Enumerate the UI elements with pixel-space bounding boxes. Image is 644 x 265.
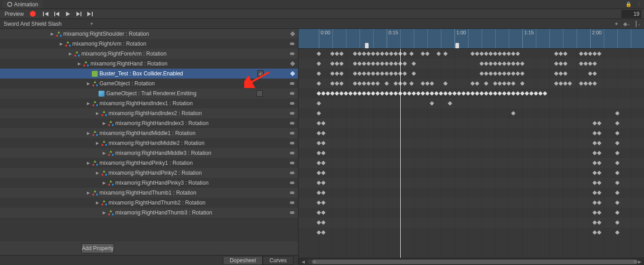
keyframe[interactable]: [380, 91, 384, 96]
add-property-button[interactable]: Add Property: [81, 243, 114, 253]
dopesheet-row[interactable]: [298, 108, 644, 118]
keyframe[interactable]: [529, 91, 534, 96]
keyframe[interactable]: [583, 61, 588, 66]
keyframe[interactable]: [362, 91, 366, 96]
expand-icon[interactable]: ▶: [77, 61, 81, 66]
expand-icon[interactable]: ▶: [86, 131, 90, 135]
keyframe[interactable]: [516, 51, 520, 56]
keyframe[interactable]: [592, 171, 597, 175]
keyframe[interactable]: [330, 91, 335, 96]
keyframe[interactable]: [371, 81, 375, 86]
keyframe[interactable]: [511, 91, 516, 96]
kebab-icon[interactable]: ⋮: [636, 1, 641, 7]
property-row[interactable]: ▶mixamorig:RightHandThumb2 : Rotation: [0, 198, 298, 208]
keyframe[interactable]: [416, 91, 421, 96]
dopesheet-row[interactable]: [298, 188, 644, 198]
expand-icon[interactable]: ▶: [95, 141, 99, 145]
keyframe[interactable]: [484, 91, 488, 96]
keyframe[interactable]: [583, 51, 588, 56]
keyframe[interactable]: [488, 71, 493, 76]
keyframe[interactable]: [317, 210, 321, 215]
keyframe[interactable]: [430, 91, 434, 96]
keyframe[interactable]: [412, 91, 416, 96]
dopesheet-row[interactable]: [298, 208, 644, 218]
keyframe[interactable]: [335, 81, 339, 86]
keyframe[interactable]: [335, 71, 339, 76]
keyframe[interactable]: [597, 191, 601, 195]
keyframe[interactable]: [484, 51, 488, 56]
range-knob[interactable]: [455, 43, 459, 48]
keyframe[interactable]: [502, 51, 507, 56]
keyframe[interactable]: [384, 51, 389, 56]
keyframe[interactable]: [421, 91, 425, 96]
keyframe[interactable]: [493, 61, 497, 66]
keyframe[interactable]: [470, 81, 475, 86]
keyframe[interactable]: [384, 91, 389, 96]
keyframe[interactable]: [317, 200, 321, 205]
keyframe[interactable]: [507, 71, 511, 76]
keyframe[interactable]: [380, 61, 384, 66]
keyframe[interactable]: [538, 91, 543, 96]
property-row[interactable]: ▶mixamorig:RightHandMiddle2 : Rotation: [0, 138, 298, 148]
dopesheet-row[interactable]: [298, 69, 644, 79]
property-row[interactable]: ▶mixamorig:RightHandPinky3 : Rotation: [0, 178, 298, 188]
keyframe[interactable]: [321, 151, 326, 155]
keyframe[interactable]: [559, 71, 563, 76]
keyframe[interactable]: [330, 81, 335, 86]
keyframe[interactable]: [339, 81, 344, 86]
keyframe[interactable]: [615, 230, 620, 235]
keyframe[interactable]: [362, 81, 366, 86]
dopesheet-row[interactable]: [298, 128, 644, 138]
keyframe[interactable]: [470, 91, 475, 96]
property-row[interactable]: ▶mixamorig:RightHandMiddle3 : Rotation: [0, 148, 298, 158]
keyframe[interactable]: [479, 61, 484, 66]
keyframe[interactable]: [436, 51, 441, 56]
keyframe[interactable]: [389, 51, 393, 56]
expand-icon[interactable]: ▶: [95, 200, 99, 205]
keyframe[interactable]: [357, 61, 362, 66]
keyframe[interactable]: [384, 71, 389, 76]
keyframe[interactable]: [317, 171, 321, 175]
property-row[interactable]: ▶mixamorig:RightHandPinky2 : Rotation: [0, 168, 298, 178]
keyframe[interactable]: [393, 51, 398, 56]
keyframe[interactable]: [317, 220, 321, 225]
property-checkbox[interactable]: [256, 90, 263, 97]
property-row[interactable]: ▶GameObject : Rotation: [0, 79, 298, 88]
keyframe[interactable]: [493, 91, 497, 96]
keyframe[interactable]: [335, 51, 339, 56]
keyframe[interactable]: [597, 200, 601, 205]
keyframe[interactable]: [493, 81, 497, 86]
keyframe[interactable]: [389, 71, 393, 76]
keyframe[interactable]: [375, 61, 380, 66]
expand-icon[interactable]: ▶: [68, 51, 72, 56]
keyframe[interactable]: [402, 51, 407, 56]
dopesheet-row[interactable]: [298, 228, 644, 237]
keyframe[interactable]: [357, 91, 362, 96]
keyframe[interactable]: [421, 81, 425, 86]
keyframe[interactable]: [443, 91, 448, 96]
property-row[interactable]: ▶mixamorig:RightHandThumb3 : Rotation: [0, 208, 298, 218]
expand-icon[interactable]: ▶: [102, 181, 106, 185]
keyframe[interactable]: [317, 181, 321, 185]
keyframe[interactable]: [339, 71, 344, 76]
keyframe[interactable]: [597, 51, 601, 56]
expand-icon[interactable]: ▶: [59, 42, 63, 46]
keyframe[interactable]: [461, 91, 466, 96]
keyframe[interactable]: [597, 141, 601, 145]
dopesheet-area[interactable]: [298, 49, 644, 258]
keyframe[interactable]: [579, 81, 583, 86]
keyframe[interactable]: [421, 51, 425, 56]
scroll-left-icon[interactable]: ◀: [300, 259, 306, 265]
keyframe[interactable]: [375, 71, 380, 76]
clip-dropdown[interactable]: Sword And Shield Slash: [4, 21, 62, 27]
dopesheet-row[interactable]: [298, 168, 644, 178]
keyframe[interactable]: [484, 81, 488, 86]
keyframe[interactable]: [583, 81, 588, 86]
keyframe[interactable]: [357, 81, 362, 86]
keyframe[interactable]: [339, 61, 344, 66]
keyframe[interactable]: [507, 61, 511, 66]
dopesheet-row[interactable]: [298, 79, 644, 88]
dopesheet-row[interactable]: [298, 148, 644, 158]
keyframe[interactable]: [502, 81, 507, 86]
expand-icon[interactable]: ▶: [86, 101, 90, 106]
